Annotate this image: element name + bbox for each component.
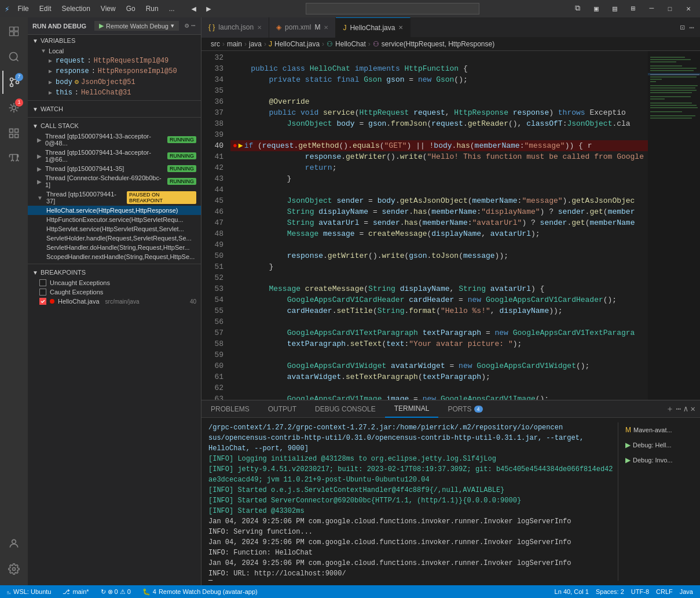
status-debug[interactable]: 🐛 4 Remote Watch Debug (avatar-app) (140, 588, 260, 596)
activity-search[interactable] (2, 45, 25, 68)
split-editor-icon[interactable]: ⊡ (679, 21, 686, 34)
menu-selection[interactable]: Selection (57, 3, 94, 14)
ln-60: 60 (201, 360, 223, 371)
more-tabs-icon[interactable]: ⋯ (688, 21, 695, 34)
bp-uncaught-checkbox[interactable] (39, 279, 46, 286)
activity-settings[interactable] (2, 557, 25, 581)
toggle-sidebar-button[interactable]: ▣ (589, 3, 603, 14)
bc-filename[interactable]: HelloChat.java (274, 40, 320, 48)
add-terminal-icon[interactable]: ＋ (666, 404, 674, 414)
frame-2[interactable]: HttpFunctionExecutor.service(HttpServlet… (28, 215, 201, 224)
bp-hellchat-checkbox[interactable] (39, 298, 46, 305)
terminal-main[interactable]: /grpc-context/1.27.2/grpc-context-1.27.2… (208, 422, 613, 581)
tab-problems[interactable]: PROBLEMS (201, 400, 259, 418)
svg-rect-16 (650, 68, 697, 69)
tab-output[interactable]: OUTPUT (259, 400, 306, 418)
tab-hello-chat[interactable]: J HelloChat.java ✕ (336, 17, 411, 38)
minimize-button[interactable]: ─ (645, 3, 659, 14)
tab-terminal-label: TERMINAL (394, 404, 430, 413)
global-search-input[interactable] (306, 3, 479, 14)
variables-header[interactable]: ▼ VARIABLES (28, 35, 201, 46)
panel-close-icon[interactable]: ✕ (691, 404, 695, 414)
status-encoding[interactable]: UTF-8 (629, 588, 651, 595)
bc-class[interactable]: HelloChat (335, 40, 366, 48)
terminal-maven[interactable]: M Maven-avat... (623, 422, 693, 437)
bc-method[interactable]: service(HttpRequest, HttpResponse) (382, 40, 494, 48)
nav-forward-button[interactable]: ► (203, 3, 215, 14)
var-request[interactable]: ▶ request : HttpRequestImpl@49 (28, 56, 201, 66)
thread-3[interactable]: ▶ Thread [qtp1500079441-35] RUNNING (28, 164, 201, 173)
bp-caught[interactable]: Caught Exceptions (28, 287, 201, 297)
thread-4-status: RUNNING (167, 178, 196, 185)
tab-terminal[interactable]: TERMINAL (385, 400, 439, 418)
ln-61: 61 (201, 371, 223, 382)
panel-collapse-icon[interactable]: ∧ (683, 404, 688, 414)
svg-rect-26 (650, 96, 691, 97)
debug-more-icon[interactable]: ⋯ (191, 21, 195, 30)
thread-1[interactable]: ▶ Thread [qtp1500079441-33-acceptor-0@48… (28, 132, 201, 148)
status-spaces[interactable]: Spaces: 2 (593, 588, 626, 595)
var-response[interactable]: ▶ response : HttpResponseImpl@50 (28, 66, 201, 76)
tab-launch-close[interactable]: ✕ (257, 24, 262, 31)
activity-extensions[interactable] (2, 122, 25, 145)
panel-more-icon[interactable]: ⋯ (676, 404, 681, 414)
status-branch[interactable]: ⎇ main* (60, 588, 91, 596)
menu-go[interactable]: Go (122, 3, 140, 14)
svg-rect-27 (650, 99, 665, 100)
tab-launch-json[interactable]: { } launch.json ✕ (201, 17, 269, 38)
code-content[interactable]: public class HelloChat implements HttpFu… (230, 51, 648, 400)
frame-5[interactable]: ServletHandler.doHandle(String,Request,H… (28, 243, 201, 252)
var-body[interactable]: ▶ body ⚙ JsonObject@51 (28, 76, 201, 87)
nav-back-button[interactable]: ◄ (188, 3, 200, 14)
activity-explorer[interactable] (2, 20, 25, 43)
status-language[interactable]: Java (677, 588, 695, 595)
call-stack-header[interactable]: ▼ CALL STACK (28, 120, 201, 132)
close-button[interactable]: ✕ (681, 3, 695, 14)
bc-java[interactable]: java (249, 40, 262, 48)
terminal-debug-hell[interactable]: ▶ Debug: Hell... (623, 437, 693, 453)
thread-5[interactable]: ▼ Thread [qtp1500079441-37] PAUSED ON BR… (28, 189, 201, 206)
bc-main[interactable]: main (227, 40, 242, 48)
debug-config-button[interactable]: ▶ Remote Watch Debug ▾ (94, 21, 179, 31)
menu-file[interactable]: File (13, 3, 33, 14)
variables-local-group[interactable]: ▼ Local (28, 46, 201, 56)
debug-settings-icon[interactable]: ⚙ (185, 21, 189, 30)
frame-4[interactable]: ServletHolder.handle(Request,ServletRequ… (28, 234, 201, 243)
bc-src[interactable]: src (211, 40, 220, 48)
activity-debug[interactable]: 1 (2, 96, 25, 119)
terminal-debug-invo[interactable]: ▶ Debug: Invo... (623, 453, 693, 468)
menu-run[interactable]: Run (141, 3, 163, 14)
activity-testing[interactable] (2, 147, 25, 170)
breakpoints-header[interactable]: ▼ BREAKPOINTS (28, 267, 201, 278)
bp-hellchat[interactable]: HelloChat.java src/main/java 40 (28, 297, 201, 306)
frame-1[interactable]: HelloChat.service(HttpRequest,HttpRespon… (28, 206, 201, 215)
watch-header[interactable]: ▼ WATCH (28, 103, 201, 115)
status-position[interactable]: Ln 40, Col 1 (552, 588, 591, 595)
thread-4[interactable]: ▶ Thread [Connector-Scheduler-6920b0bc-1… (28, 173, 201, 189)
frame-3[interactable]: HttpServlet.service(HttpServletRequest,S… (28, 224, 201, 234)
var-this[interactable]: ▶ this : HelloChat@31 (28, 87, 201, 98)
menu-edit[interactable]: Edit (35, 3, 56, 14)
restore-button[interactable]: ☐ (663, 3, 677, 14)
titlebar: ⚡ File Edit Selection View Go Run ... ◄ … (0, 0, 700, 17)
tab-ports[interactable]: PORTS 4 (438, 400, 492, 418)
menu-view[interactable]: View (96, 3, 120, 14)
status-remote[interactable]: ⎁ WSL: Ubuntu (5, 588, 53, 595)
tab-pom-close[interactable]: ✕ (324, 24, 328, 31)
custom-layout-button[interactable]: ⊞ (626, 3, 640, 14)
tab-pom-xml[interactable]: ◈ pom.xml M ✕ (269, 17, 336, 38)
bp-uncaught[interactable]: Uncaught Exceptions (28, 278, 201, 287)
status-line-ending[interactable]: CRLF (654, 588, 675, 595)
tab-debug-console[interactable]: DEBUG CONSOLE (306, 400, 385, 418)
thread-2[interactable]: ▶ Thread [qtp1500079441-34-acceptor-1@66… (28, 148, 201, 164)
line-42: return; (230, 162, 648, 173)
split-editor-button[interactable]: ⧉ (570, 3, 585, 14)
tab-hello-close[interactable]: ✕ (398, 24, 403, 31)
status-errors[interactable]: ↻ ⊗ 0 ⚠ 0 (98, 588, 133, 596)
activity-account[interactable] (2, 532, 25, 555)
frame-6[interactable]: ScopedHandler.nextHandle(String,Request,… (28, 252, 201, 261)
menu-more[interactable]: ... (164, 3, 179, 14)
toggle-panel-button[interactable]: ▤ (608, 3, 622, 14)
bp-caught-checkbox[interactable] (39, 289, 46, 296)
activity-source-control[interactable]: 7 (2, 71, 25, 94)
